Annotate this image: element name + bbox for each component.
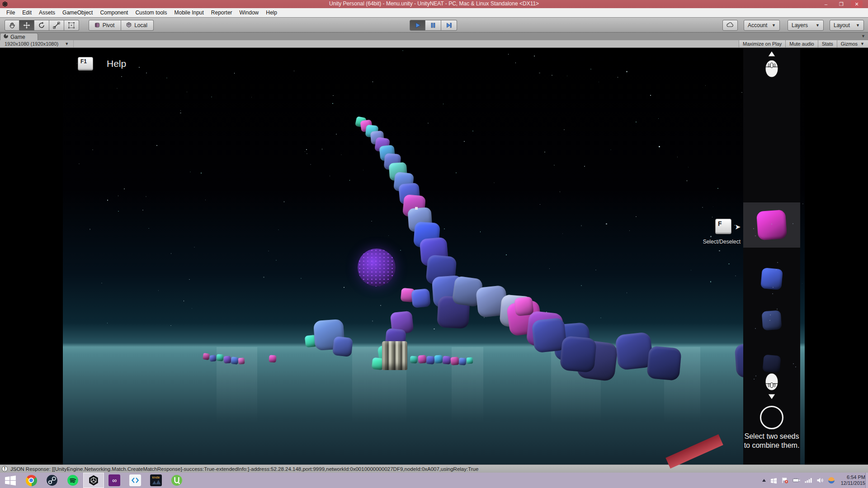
move-tool-icon	[23, 22, 30, 29]
layers-dropdown[interactable]: Layers▼	[788, 20, 824, 31]
pivot-button[interactable]: Pivot	[89, 20, 121, 31]
wireframe-sphere	[358, 249, 396, 286]
play-button[interactable]	[410, 20, 425, 31]
local-label: Local	[132, 22, 149, 28]
menu-item-gameobject[interactable]: GameObject	[59, 9, 96, 17]
seed-slot-3[interactable]	[743, 300, 800, 341]
menu-item-file[interactable]: File	[3, 9, 19, 17]
mouse-scroll-down-icon	[762, 372, 782, 400]
chevron-down-icon: ▼	[860, 42, 864, 46]
menu-item-help[interactable]: Help	[262, 9, 281, 17]
cloud-icon	[726, 22, 734, 29]
seed-panel: Select two seeds to combine them.	[743, 48, 800, 465]
layout-dropdown[interactable]: Layout▼	[830, 20, 864, 31]
chevron-down-icon: ▼	[772, 23, 776, 28]
taskbar-chrome-icon[interactable]	[21, 473, 42, 488]
system-tray: 6:54 PM12/11/2015	[762, 473, 865, 488]
restore-button[interactable]: ❐	[835, 0, 847, 8]
chevron-down-icon: ▼	[856, 23, 860, 28]
seed-cube	[410, 356, 417, 363]
seed-thumbnail	[756, 210, 787, 240]
tray-action-flag-icon[interactable]	[781, 477, 788, 484]
menu-item-custom-tools[interactable]: Custom tools	[132, 9, 170, 17]
title-bar: Unity Personal (64bit) - Menu.unity - Un…	[0, 0, 868, 8]
status-bar[interactable]: ! JSON Response: [[UnityEngine.Networkin…	[0, 465, 868, 473]
tray-battery-icon[interactable]	[793, 478, 801, 483]
move-tool-button[interactable]	[19, 20, 34, 31]
pause-button[interactable]	[425, 20, 441, 31]
taskbar-visual-studio-icon[interactable]: ∞	[104, 473, 125, 488]
seed-cube	[514, 296, 534, 316]
mute-audio-button[interactable]: Mute audio	[785, 40, 817, 47]
account-label: Account	[748, 22, 767, 28]
aspect-dropdown[interactable]: 868x488 (868x488) ▼	[0, 40, 74, 47]
menu-item-component[interactable]: Component	[96, 9, 132, 17]
svg-text:kindle: kindle	[152, 476, 160, 479]
rotate-tool-icon	[38, 22, 45, 29]
rotate-tool-button[interactable]	[34, 20, 49, 31]
game-view-toolbar: 868x488 (868x488) ▼ Maximize on Play…	[0, 40, 868, 48]
seed-cube	[223, 356, 231, 363]
seed-slot-1[interactable]	[743, 202, 800, 248]
game-view-icon	[3, 33, 9, 40]
scale-tool-button[interactable]	[49, 20, 64, 31]
taskbar-kindle-icon[interactable]: kindle	[146, 473, 166, 488]
tray-network-icon[interactable]	[805, 478, 812, 483]
window-title: Unity Personal (64bit) - Menu.unity - Un…	[0, 0, 868, 7]
pivot-icon	[94, 21, 101, 30]
minimize-button[interactable]: –	[820, 0, 832, 8]
stats-button[interactable]: Stats	[818, 40, 837, 47]
gizmos-button[interactable]: Gizmos ▼	[837, 40, 868, 47]
taskbar-utorrent-icon[interactable]	[166, 473, 187, 488]
taskbar-steam-icon[interactable]	[42, 473, 62, 488]
local-button[interactable]: Local	[121, 20, 154, 31]
seed-cube	[332, 336, 353, 357]
pause-icon	[429, 22, 437, 29]
menu-item-mobile-input[interactable]: Mobile Input	[170, 9, 207, 17]
chevron-down-icon: ▼	[816, 23, 820, 28]
taskbar-clock[interactable]: 6:54 PM12/11/2015	[839, 474, 865, 486]
menu-item-assets[interactable]: Assets	[35, 9, 59, 17]
game-viewport[interactable]: F1 Help F ➤ Select/Deselect Select two s…	[0, 48, 868, 465]
show-desktop-button[interactable]	[865, 473, 868, 488]
menu-item-window[interactable]: Window	[236, 9, 263, 17]
menu-item-edit[interactable]: Edit	[19, 9, 35, 17]
tab-options-icon[interactable]: ▼	[861, 34, 865, 38]
seed-cube	[209, 355, 216, 361]
select-deselect-label: Select/Deselect	[703, 239, 741, 245]
account-dropdown[interactable]: Account▼	[744, 20, 780, 31]
tray-weather-icon[interactable]	[828, 477, 835, 484]
tab-game[interactable]: Game	[0, 33, 38, 40]
taskbar-spotify-icon[interactable]	[62, 473, 83, 488]
view-tab-strip: Game ▼	[0, 33, 868, 40]
tray-hidden-icons-icon[interactable]	[762, 479, 766, 482]
hand-tool-button[interactable]	[5, 20, 19, 31]
menu-item-reporter[interactable]: Reporter	[208, 9, 236, 17]
taskbar-start-button[interactable]	[0, 473, 21, 488]
seed-slot-2[interactable]	[743, 258, 800, 299]
seed-cube	[467, 357, 473, 364]
seed-cube	[411, 288, 430, 308]
step-button[interactable]	[441, 20, 457, 31]
windows-taskbar: ∞kindle6:54 PM12/11/2015	[0, 473, 868, 488]
seed-cube	[560, 336, 597, 373]
layout-label: Layout	[834, 22, 850, 28]
rect-tool-button[interactable]	[64, 20, 79, 31]
cloud-button[interactable]	[722, 20, 738, 31]
chevron-down-icon: ▼	[65, 42, 69, 46]
taskbar-unity-icon[interactable]	[83, 473, 104, 488]
taskbar-vs-code-icon[interactable]	[125, 473, 146, 488]
close-button[interactable]: ✕	[851, 0, 863, 8]
clock-date: 12/11/2015	[841, 480, 865, 486]
tray-windows-icon[interactable]	[770, 478, 777, 483]
maximize-on-play-button[interactable]: Maximize on Play	[739, 40, 785, 47]
crosshair-dot	[415, 207, 418, 210]
layers-label: Layers	[792, 22, 808, 28]
seed-cube	[238, 358, 245, 365]
rect-tool-icon	[68, 22, 75, 29]
tray-volume-icon[interactable]	[816, 477, 824, 483]
combine-hint-line2: to combine them.	[743, 441, 800, 450]
game-view-buttons: Maximize on PlayMute audioStatsGizmos ▼	[739, 40, 868, 47]
seed-cube	[269, 355, 276, 362]
play-icon	[414, 22, 421, 29]
